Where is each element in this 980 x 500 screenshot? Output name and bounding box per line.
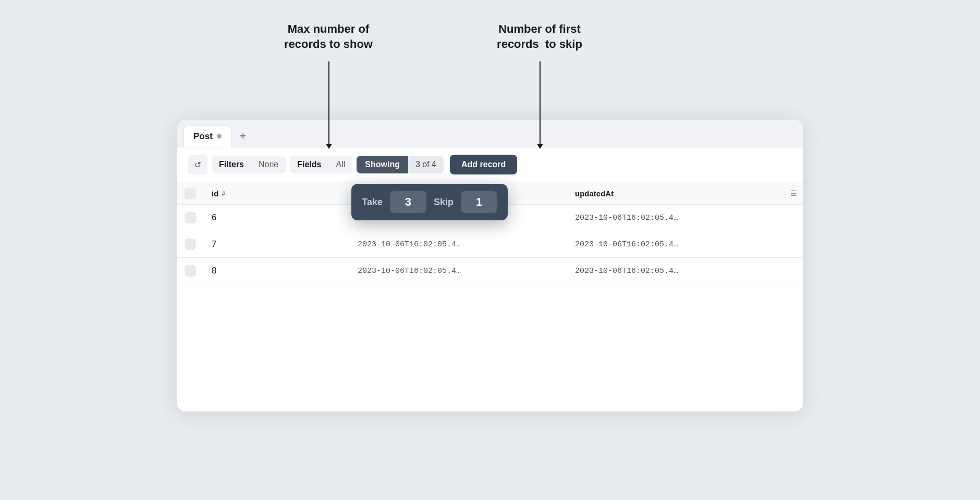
row-checkbox-3[interactable]: [185, 265, 196, 277]
cell-id-3: 8: [203, 266, 349, 276]
table-row: 7 2023-10-06T16:02:05.4… 2023-10-06T16:0…: [177, 231, 803, 258]
skip-label: Skip: [434, 197, 454, 208]
cell-updated-2: 2023-10-06T16:02:05.4…: [567, 240, 784, 249]
showing-value: 3 of 4: [408, 156, 444, 173]
toolbar: ↺ Filters None Fields All Showing 3 of 4…: [177, 147, 803, 182]
cell-created-3: 2023-10-06T16:02:05.4…: [349, 267, 567, 276]
showing-group: Showing 3 of 4 Take 3 Skip 1: [357, 156, 444, 173]
tab-bar: Post +: [177, 120, 803, 147]
fields-group: Fields All: [290, 156, 352, 173]
header-updated: updatedAt: [575, 189, 776, 198]
row-check-col: [177, 212, 203, 223]
header-checkbox[interactable]: [185, 188, 196, 199]
take-input[interactable]: 3: [390, 191, 426, 213]
cell-id-1: 6: [203, 213, 349, 223]
annotation-max-records: Max number ofrecords to show: [271, 22, 386, 52]
fields-value: All: [329, 156, 353, 173]
row-checkbox-2[interactable]: [185, 239, 196, 250]
skip-input[interactable]: 1: [461, 191, 497, 213]
main-panel: Post + ↺ Filters None Fields All Showing…: [177, 120, 803, 411]
header-id: id #: [212, 189, 341, 198]
row-check-col: [177, 265, 203, 277]
table-row: 8 2023-10-06T16:02:05.4… 2023-10-06T16:0…: [177, 258, 803, 284]
tab-post-label: Post: [193, 131, 213, 142]
add-tab-button[interactable]: +: [234, 125, 253, 147]
header-checkbox-col: [177, 188, 203, 199]
row-checkbox-1[interactable]: [185, 212, 196, 223]
id-icon: #: [222, 190, 225, 197]
filters-value: None: [251, 156, 286, 173]
take-label: Take: [362, 197, 383, 208]
tab-post[interactable]: Post: [183, 126, 231, 147]
filters-group: Filters None: [212, 156, 286, 173]
add-record-button[interactable]: Add record: [450, 155, 517, 174]
cell-created-2: 2023-10-06T16:02:05.4…: [349, 240, 567, 249]
cell-updated-3: 2023-10-06T16:02:05.4…: [567, 267, 784, 276]
showing-button[interactable]: Showing: [357, 156, 408, 173]
cell-id-2: 7: [203, 239, 349, 249]
fields-button[interactable]: Fields: [290, 156, 328, 173]
refresh-icon: ↺: [194, 160, 201, 170]
header-settings-col: ☰: [784, 189, 803, 197]
tab-dot: [217, 134, 222, 139]
column-settings-icon[interactable]: ☰: [790, 189, 797, 197]
header-updated-col: updatedAt: [567, 189, 784, 198]
cell-updated-1: 2023-10-06T16:02:05.4…: [567, 214, 784, 222]
row-check-col: [177, 239, 203, 250]
showing-popup: Take 3 Skip 1: [351, 184, 508, 220]
refresh-button[interactable]: ↺: [188, 155, 207, 174]
filters-button[interactable]: Filters: [212, 156, 251, 173]
header-id-col: id #: [203, 189, 349, 198]
annotation-skip-records: Number of firstrecords to skip: [480, 22, 599, 52]
